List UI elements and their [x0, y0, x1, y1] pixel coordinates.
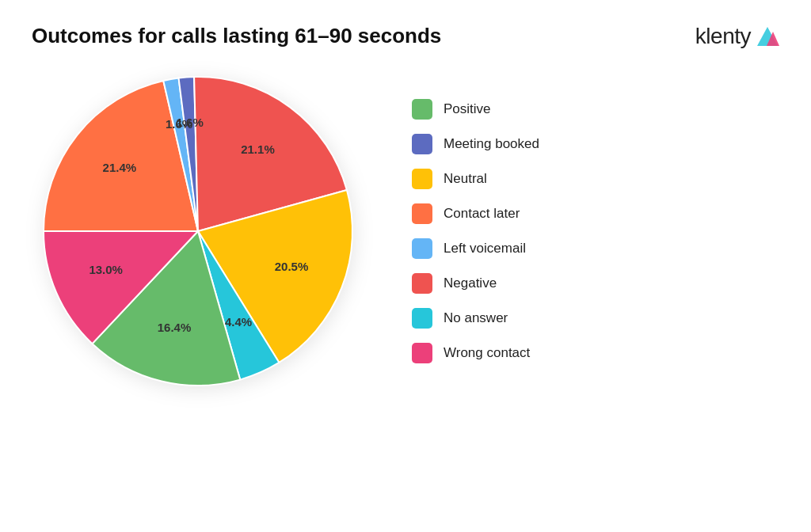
legend-item: Contact later — [412, 203, 570, 224]
legend-color-box — [412, 134, 432, 154]
legend-label: Negative — [444, 276, 497, 291]
logo-text: klenty — [695, 24, 751, 49]
legend-label: Neutral — [444, 171, 487, 187]
legend-color-box — [412, 238, 432, 259]
page-title: Outcomes for calls lasting 61–90 seconds — [32, 24, 441, 48]
pie-label: 13.0% — [89, 263, 123, 276]
legend-item: Meeting booked — [412, 134, 570, 154]
legend-label: Positive — [444, 101, 491, 117]
pie-label: 16.4% — [158, 321, 192, 334]
header: Outcomes for calls lasting 61–90 seconds… — [32, 24, 779, 49]
legend-color-box — [412, 99, 432, 120]
legend-color-box — [412, 203, 432, 224]
legend-label: Wrong contact — [444, 345, 530, 361]
logo: klenty — [695, 24, 779, 49]
legend-label: No answer — [444, 310, 508, 326]
legend-color-box — [412, 273, 432, 294]
legend-item: Negative — [412, 273, 570, 294]
legend-color-box — [412, 343, 432, 363]
pie-chart: 21.4%1.6%1.6%21.1%20.5%4.4%16.4%13.0% — [32, 65, 364, 397]
pie-label: 20.5% — [275, 260, 309, 273]
legend-label: Meeting booked — [444, 136, 539, 152]
content-area: 21.4%1.6%1.6%21.1%20.5%4.4%16.4%13.0% Po… — [32, 65, 779, 397]
legend-item: Wrong contact — [412, 343, 570, 363]
legend-color-box — [412, 308, 432, 329]
legend-item: Positive — [412, 99, 570, 120]
legend-item: No answer — [412, 308, 570, 329]
logo-icon — [756, 25, 779, 48]
pie-label: 21.1% — [241, 142, 275, 156]
main-container: Outcomes for calls lasting 61–90 seconds… — [0, 0, 811, 532]
pie-label: 21.4% — [103, 161, 137, 174]
pie-label: 1.6% — [177, 116, 204, 129]
pie-label: 4.4% — [225, 315, 252, 329]
legend-item: Neutral — [412, 169, 570, 189]
legend: PositiveMeeting bookedNeutralContact lat… — [412, 99, 570, 363]
pie-svg: 21.4%1.6%1.6%21.1%20.5%4.4%16.4%13.0% — [32, 65, 364, 397]
legend-item: Left voicemail — [412, 238, 570, 259]
legend-label: Contact later — [444, 206, 520, 222]
legend-color-box — [412, 169, 432, 189]
legend-label: Left voicemail — [444, 241, 526, 256]
